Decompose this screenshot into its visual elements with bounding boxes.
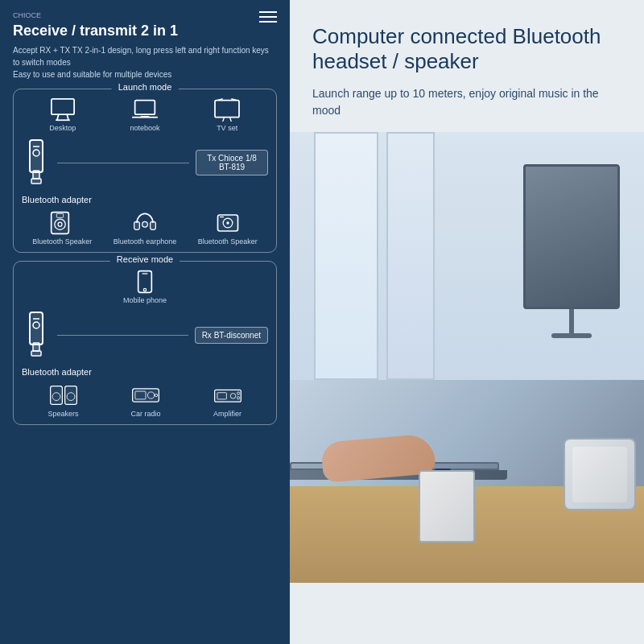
svg-rect-13 xyxy=(33,171,39,179)
svg-rect-14 xyxy=(31,179,41,184)
speakers-icon xyxy=(49,383,78,407)
launch-adapter-box: Tx Chioce 1/8 BT-819 xyxy=(196,150,268,175)
svg-rect-17 xyxy=(52,213,69,234)
receive-mode-box: Receive mode Mobile phone xyxy=(13,261,277,425)
hamburger-line-3 xyxy=(259,21,277,23)
device-desktop: Desktop xyxy=(48,97,77,132)
page-title: Receive / transmit 2 in 1 xyxy=(13,23,178,39)
svg-rect-32 xyxy=(33,343,39,351)
hamburger-line-1 xyxy=(259,11,277,13)
window-right xyxy=(386,132,435,380)
source-devices-row: Desktop notebook T xyxy=(22,97,268,132)
receive-output-speakers: Speakers xyxy=(47,383,78,418)
speaker-grille xyxy=(572,447,628,502)
svg-rect-28 xyxy=(138,271,152,293)
right-panel: Computer connected Bluetooth headset / s… xyxy=(290,0,644,644)
product-photo xyxy=(290,132,644,583)
svg-line-2 xyxy=(67,114,68,120)
output-speaker-1: Bluetooth Speaker xyxy=(32,211,92,246)
receive-output-amplifier: Amplifier xyxy=(213,383,242,418)
usb-dongle-icon xyxy=(22,138,51,187)
left-header: CHIOCE Receive / transmit 2 in 1 xyxy=(13,11,277,39)
usb-dongle-2-icon xyxy=(22,311,51,359)
receive-source-row: Mobile phone xyxy=(22,270,268,304)
right-description: Launch range up to 10 meters, enjoy orig… xyxy=(312,85,621,119)
receive-output-amplifier-label: Amplifier xyxy=(213,410,242,418)
monitor-screen xyxy=(523,164,620,309)
svg-rect-33 xyxy=(31,351,41,356)
svg-point-23 xyxy=(142,221,148,227)
receive-output-speakers-label: Speakers xyxy=(47,410,78,418)
device-desktop-label: Desktop xyxy=(49,124,76,132)
phone-icon xyxy=(130,270,159,294)
output-earphone: Bluetooth earphone xyxy=(114,211,177,246)
device-notebook-label: notebook xyxy=(130,124,159,132)
svg-rect-44 xyxy=(214,390,241,402)
laptop-icon xyxy=(130,97,159,122)
music-box-icon xyxy=(213,211,242,235)
launch-adapter-device xyxy=(22,138,51,187)
receive-output-devices: Speakers Car radio xyxy=(22,383,268,418)
svg-point-29 xyxy=(143,288,146,291)
bluetooth-speaker xyxy=(564,438,636,510)
feature-description: Accept RX + TX TX 2-in-1 design, long pr… xyxy=(13,44,277,80)
launch-mode-label: Launch mode xyxy=(112,82,179,92)
hamburger-menu[interactable] xyxy=(259,11,277,23)
hamburger-line-2 xyxy=(259,16,277,18)
left-panel: CHIOCE Receive / transmit 2 in 1 Accept … xyxy=(0,0,290,644)
svg-line-1 xyxy=(57,114,59,120)
svg-rect-7 xyxy=(215,101,239,118)
right-text-area: Computer connected Bluetooth headset / s… xyxy=(290,0,644,132)
amplifier-icon xyxy=(213,383,242,407)
receive-adapter-device xyxy=(22,311,51,359)
desktop-icon xyxy=(48,97,77,122)
logo: CHIOCE xyxy=(13,11,178,19)
car-radio-icon xyxy=(131,383,160,407)
output-speaker-2: Bluetooth Speaker xyxy=(198,211,258,246)
window-left xyxy=(314,132,378,380)
device-notebook: notebook xyxy=(130,97,159,132)
monitor-base xyxy=(551,333,592,338)
receive-adapter-label: Bluetooth adapter xyxy=(22,367,92,377)
svg-point-26 xyxy=(226,221,229,224)
tablet xyxy=(419,470,475,543)
svg-rect-4 xyxy=(135,101,155,115)
device-phone-label: Mobile phone xyxy=(123,296,167,304)
earphone-icon xyxy=(130,211,159,235)
svg-rect-22 xyxy=(151,221,156,229)
output-speaker-2-label: Bluetooth Speaker xyxy=(198,237,258,246)
device-tv: TV set xyxy=(213,97,242,132)
device-tv-label: TV set xyxy=(217,124,237,132)
launch-adapter-row: Tx Chioce 1/8 BT-819 xyxy=(22,138,268,187)
connector-line xyxy=(57,163,189,163)
receive-connector-line xyxy=(57,335,188,336)
svg-rect-36 xyxy=(50,386,62,405)
photo-background xyxy=(290,132,644,583)
receive-output-car-radio-label: Car radio xyxy=(131,410,161,418)
svg-rect-38 xyxy=(64,386,76,405)
output-earphone-label: Bluetooth earphone xyxy=(114,237,177,246)
speaker-icon xyxy=(47,211,76,235)
device-phone: Mobile phone xyxy=(123,270,167,304)
receive-output-car-radio: Car radio xyxy=(131,383,161,418)
launch-mode-box: Launch mode Desktop noteb xyxy=(13,89,277,253)
receive-adapter-row: Rx BT-disconnet xyxy=(22,311,268,359)
output-speaker-1-label: Bluetooth Speaker xyxy=(32,237,92,246)
launch-adapter-label: Bluetooth adapter xyxy=(22,195,92,204)
svg-rect-0 xyxy=(52,99,74,114)
receive-adapter-box: Rx BT-disconnet xyxy=(195,327,268,344)
launch-output-devices: Bluetooth Speaker Bluetooth earphone xyxy=(22,211,268,246)
monitor-stand xyxy=(569,309,574,333)
svg-rect-6 xyxy=(141,116,150,118)
right-title: Computer connected Bluetooth headset / s… xyxy=(312,24,621,74)
svg-rect-21 xyxy=(134,221,140,229)
receive-mode-label: Receive mode xyxy=(110,254,180,264)
left-title: CHIOCE Receive / transmit 2 in 1 xyxy=(13,11,178,39)
tv-icon xyxy=(213,97,242,122)
monitor xyxy=(515,164,628,338)
